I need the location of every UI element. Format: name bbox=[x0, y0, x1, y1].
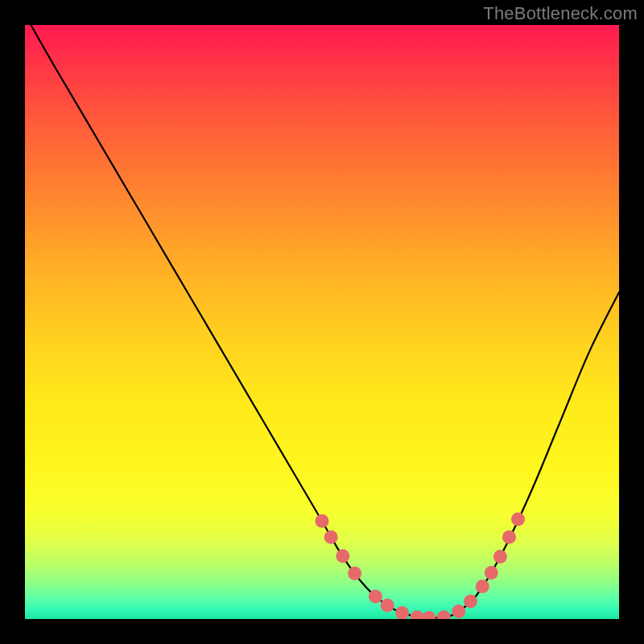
curve-marker bbox=[437, 610, 451, 619]
curve-marker bbox=[476, 580, 489, 593]
curve-marker bbox=[369, 590, 382, 604]
curve-marker bbox=[411, 610, 424, 619]
curve-marker bbox=[511, 513, 525, 526]
chart-frame: TheBottleneck.com bbox=[0, 0, 644, 644]
curve-marker bbox=[464, 594, 477, 608]
curve-marker bbox=[493, 550, 507, 564]
chart-svg bbox=[25, 25, 619, 619]
curve-marker bbox=[381, 599, 394, 613]
curve-marker bbox=[336, 549, 349, 563]
curve-marker bbox=[422, 611, 436, 619]
curve-marker bbox=[324, 530, 338, 544]
curve-marker bbox=[485, 566, 498, 580]
curve-marker bbox=[452, 605, 465, 618]
curve-marker bbox=[395, 606, 409, 619]
curve-marker bbox=[348, 567, 361, 580]
curve-marker bbox=[502, 530, 516, 544]
curve-markers bbox=[316, 513, 526, 620]
bottleneck-curve bbox=[31, 25, 619, 618]
chart-plot-area bbox=[25, 25, 619, 619]
curve-marker bbox=[316, 514, 329, 528]
watermark-text: TheBottleneck.com bbox=[483, 3, 638, 24]
